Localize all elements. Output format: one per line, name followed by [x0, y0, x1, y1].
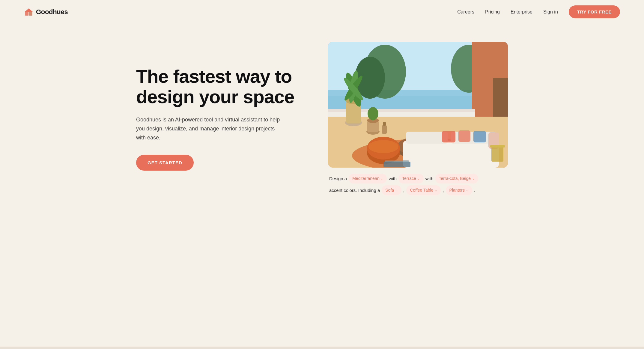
bottom-bar	[0, 347, 644, 349]
hero-right: Design a Mediterranean ⌄ with Terrace ⌄ …	[328, 42, 508, 195]
logo-icon	[24, 7, 34, 17]
svg-rect-38	[442, 131, 455, 142]
nav-pricing[interactable]: Pricing	[485, 9, 500, 15]
hero-image	[328, 42, 508, 168]
planters-tag-chevron: ⌄	[466, 187, 469, 193]
prompt-area: Design a Mediterranean ⌄ with Terrace ⌄ …	[328, 174, 508, 195]
svg-rect-27	[382, 125, 387, 134]
colors-tag[interactable]: Terra-cota, Beige ⌄	[435, 174, 479, 183]
svg-rect-39	[458, 130, 470, 142]
coffee-table-tag-chevron: ⌄	[434, 187, 437, 193]
svg-rect-47	[491, 147, 503, 162]
comma-1: ,	[403, 186, 404, 194]
sofa-tag-chevron: ⌄	[395, 187, 398, 193]
colors-tag-chevron: ⌄	[472, 176, 475, 182]
svg-point-26	[368, 107, 378, 120]
coffee-table-tag[interactable]: Coffee Table ⌄	[406, 185, 441, 195]
svg-rect-46	[385, 160, 409, 162]
hero-description: Goodhues is an AI-powered tool and virtu…	[136, 115, 280, 142]
accent-suffix: accent colors. Including a	[329, 186, 380, 194]
space-tag-chevron: ⌄	[417, 176, 420, 182]
nav-careers[interactable]: Careers	[457, 9, 474, 15]
space-tag[interactable]: Terrace ⌄	[398, 174, 424, 183]
style-tag[interactable]: Mediterranean ⌄	[349, 174, 387, 183]
svg-rect-0	[25, 11, 28, 16]
svg-rect-40	[473, 131, 486, 142]
logo-text: Goodhues	[36, 8, 68, 16]
style-tag-chevron: ⌄	[380, 176, 383, 182]
svg-rect-45	[383, 162, 410, 167]
prompt-prefix: Design a	[329, 174, 347, 183]
navbar: Goodhues Careers Pricing Enterprise Sign…	[0, 0, 644, 24]
svg-rect-28	[383, 122, 386, 126]
colors-prefix: with	[425, 174, 434, 183]
space-prefix: with	[389, 174, 397, 183]
svg-rect-35	[403, 141, 499, 168]
nav-signin[interactable]: Sign in	[543, 9, 558, 15]
planters-tag[interactable]: Planters ⌄	[446, 185, 472, 195]
hero-title: The fastest way to design your space	[136, 66, 310, 107]
get-started-button[interactable]: GET STARTED	[136, 155, 194, 171]
hero-left: The fastest way to design your space Goo…	[136, 66, 310, 171]
svg-rect-1	[29, 11, 32, 16]
svg-marker-2	[25, 8, 33, 12]
prompt-end: .	[474, 186, 475, 194]
hero-section: The fastest way to design your space Goo…	[112, 24, 532, 213]
nav-enterprise[interactable]: Enterprise	[511, 9, 532, 15]
nav-links: Careers Pricing Enterprise Sign in TRY F…	[457, 5, 620, 18]
svg-rect-36	[406, 132, 448, 144]
comma-2: ,	[443, 186, 444, 194]
svg-rect-48	[490, 145, 505, 148]
svg-point-44	[368, 140, 398, 153]
try-for-free-button[interactable]: TRY FOR FREE	[569, 5, 620, 18]
sofa-tag[interactable]: Sofa ⌄	[382, 185, 401, 195]
logo[interactable]: Goodhues	[24, 7, 68, 17]
